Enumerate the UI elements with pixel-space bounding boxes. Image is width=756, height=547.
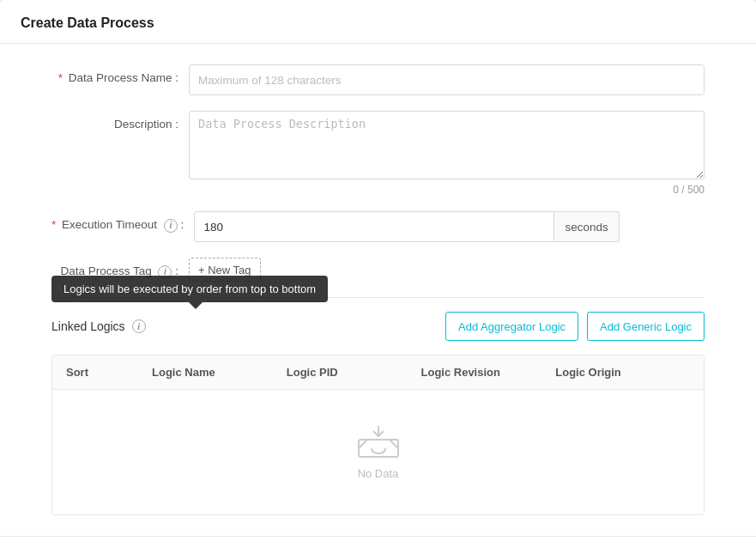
timeout-unit-label: seconds xyxy=(554,211,619,242)
description-field-container: 0 / 500 xyxy=(189,111,705,196)
col-logic-name: Logic Name xyxy=(152,366,287,379)
logics-section: Logics will be executed by order from to… xyxy=(51,312,705,515)
name-field-container xyxy=(189,64,705,95)
timeout-field-container: seconds xyxy=(194,211,705,242)
modal-footer: Cancel Create xyxy=(0,536,756,547)
col-sort: Sort xyxy=(66,366,152,379)
col-logic-revision: Logic Revision xyxy=(421,366,556,379)
name-row: * Data Process Name : xyxy=(51,64,705,95)
no-data-icon xyxy=(357,424,400,459)
description-textarea[interactable] xyxy=(189,111,705,179)
name-input[interactable] xyxy=(189,64,705,95)
logics-label: Linked Logics i xyxy=(51,319,146,333)
modal-header: Create Data Process xyxy=(0,0,756,44)
timeout-label: * Execution Timeout i : xyxy=(51,211,194,233)
create-data-process-modal: Create Data Process * Data Process Name … xyxy=(0,0,756,547)
description-label: Description : xyxy=(51,111,189,131)
timeout-row: * Execution Timeout i : seconds xyxy=(51,211,705,242)
no-data-text: No Data xyxy=(358,467,399,480)
col-logic-origin: Logic Origin xyxy=(555,366,690,379)
description-row: Description : 0 / 500 xyxy=(51,111,705,196)
modal-body: * Data Process Name : Description : 0 / … xyxy=(0,44,756,536)
name-required-star: * xyxy=(58,71,63,84)
modal-title: Create Data Process xyxy=(21,15,154,30)
tooltip-popup: Logics will be executed by order from to… xyxy=(51,276,328,302)
table-body: No Data xyxy=(52,390,704,514)
char-count: 0 / 500 xyxy=(189,184,705,196)
timeout-input-group: seconds xyxy=(194,211,705,242)
timeout-info-icon: i xyxy=(164,219,178,233)
add-generic-logic-button[interactable]: Add Generic Logic xyxy=(587,312,705,341)
col-logic-pid: Logic PID xyxy=(287,366,421,379)
timeout-required-star: * xyxy=(51,218,56,231)
logics-table: Sort Logic Name Logic PID Logic Revision… xyxy=(51,355,705,515)
timeout-input[interactable] xyxy=(194,211,554,242)
logics-header: Linked Logics i Add Aggregator Logic Add… xyxy=(51,312,705,341)
logics-info-icon: i xyxy=(132,319,146,333)
name-label: * Data Process Name : xyxy=(51,64,189,84)
logics-buttons: Add Aggregator Logic Add Generic Logic xyxy=(445,312,705,341)
add-aggregator-logic-button[interactable]: Add Aggregator Logic xyxy=(445,312,578,341)
table-header: Sort Logic Name Logic PID Logic Revision… xyxy=(52,356,704,390)
